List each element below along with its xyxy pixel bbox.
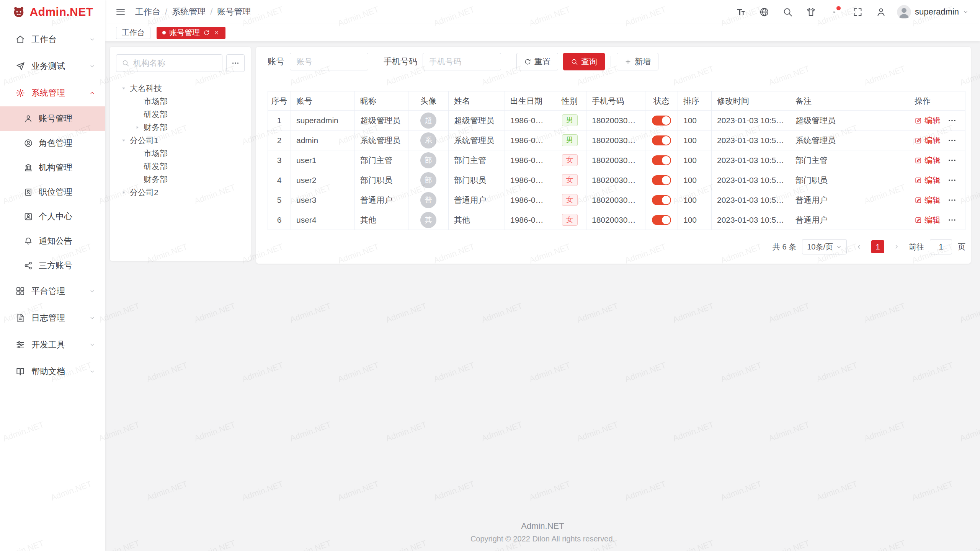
cell-sort: 100	[678, 111, 712, 130]
tab-workbench[interactable]: 工作台	[116, 27, 150, 39]
pagination: 共 6 条 10条/页 1 前往 页	[268, 239, 965, 254]
language-icon[interactable]	[759, 7, 769, 17]
tree-node[interactable]: 市场部	[116, 147, 245, 160]
tree-node-label: 市场部	[144, 148, 168, 159]
row-more-button[interactable]	[947, 196, 957, 205]
sidebar-item-log-management[interactable]: 日志管理	[0, 305, 105, 331]
org-search-input[interactable]	[133, 59, 217, 68]
edit-button[interactable]: 编辑	[915, 195, 941, 205]
row-more-button[interactable]	[947, 176, 957, 185]
tree-caret-icon[interactable]	[134, 124, 140, 130]
cell-no: 6	[268, 210, 291, 230]
sidebar-item-dev-tools[interactable]: 开发工具	[0, 331, 105, 358]
status-toggle[interactable]	[652, 195, 671, 205]
chevron-left-icon	[856, 244, 862, 250]
cell-account: user3	[291, 190, 355, 210]
next-page-button[interactable]	[890, 240, 903, 253]
sidebar-item-platform-management[interactable]: 平台管理	[0, 278, 105, 305]
position-icon	[24, 187, 33, 197]
org-more-button[interactable]	[226, 54, 245, 72]
tab-account-management[interactable]: 账号管理	[157, 27, 225, 39]
sidebar-item-notice-management[interactable]: 通知公告	[0, 229, 105, 253]
breadcrumb-item[interactable]: 账号管理	[217, 6, 251, 18]
page-number-button[interactable]: 1	[871, 240, 884, 253]
sidebar-item-org-management[interactable]: 机构管理	[0, 155, 105, 180]
org-search-field[interactable]	[116, 54, 222, 72]
row-more-button[interactable]	[947, 116, 957, 125]
sidebar-item-business-test[interactable]: 业务测试	[0, 53, 105, 80]
tree-node[interactable]: 研发部	[116, 160, 245, 173]
tree-caret-icon[interactable]	[121, 137, 127, 143]
cell-gender: 女	[553, 190, 586, 210]
tree-node-label: 分公司1	[130, 135, 158, 146]
sidebar-item-role-management[interactable]: 角色管理	[0, 131, 105, 155]
tree-caret-icon[interactable]	[121, 85, 127, 91]
cell-account: user1	[291, 150, 355, 170]
chevron-down-icon	[89, 288, 95, 294]
status-toggle[interactable]	[652, 175, 671, 185]
app-logo[interactable]: Admin.NET	[0, 0, 105, 24]
edit-button[interactable]: 编辑	[915, 175, 941, 186]
menu-collapse-button[interactable]	[115, 7, 126, 17]
edit-button[interactable]: 编辑	[915, 215, 941, 225]
cell-actions: 编辑	[909, 150, 965, 170]
tree-node[interactable]: 研发部	[116, 108, 245, 121]
edit-label: 编辑	[924, 115, 941, 126]
add-button[interactable]: 新增	[617, 53, 658, 70]
theme-icon[interactable]	[806, 7, 816, 17]
goto-page-input[interactable]	[930, 239, 952, 254]
breadcrumb-item[interactable]: 工作台	[135, 6, 160, 18]
page-size-select[interactable]: 10条/页	[802, 239, 847, 254]
tree-node[interactable]: 财务部	[116, 121, 245, 134]
tree-node[interactable]: 分公司2	[116, 186, 245, 199]
tab-refresh-icon[interactable]	[203, 29, 210, 36]
breadcrumb-separator: /	[165, 7, 167, 17]
notification-icon[interactable]	[829, 7, 840, 17]
row-more-button[interactable]	[947, 215, 957, 225]
status-toggle[interactable]	[652, 135, 671, 145]
edit-button[interactable]: 编辑	[915, 115, 941, 126]
tree-node[interactable]: 分公司1	[116, 134, 245, 147]
cell-no: 3	[268, 150, 291, 170]
fullscreen-icon[interactable]	[853, 7, 863, 17]
edit-button[interactable]: 编辑	[915, 135, 941, 146]
row-more-button[interactable]	[947, 136, 957, 145]
tree-node[interactable]: 市场部	[116, 95, 245, 108]
sidebar-item-third-party-account[interactable]: 三方账号	[0, 253, 105, 278]
tree-node[interactable]: 财务部	[116, 173, 245, 186]
search-icon[interactable]	[782, 7, 793, 17]
status-toggle[interactable]	[652, 116, 671, 126]
account-filter-input[interactable]	[290, 53, 368, 70]
cell-actions: 编辑	[909, 190, 965, 210]
username: superadmin	[915, 7, 959, 17]
user-menu[interactable]: superadmin	[897, 5, 969, 19]
tree-node[interactable]: 大名科技	[116, 82, 245, 95]
tab-close-icon[interactable]	[213, 29, 220, 36]
table-row: 1superadmin超级管理员超超级管理员1986-06-28男1802003…	[268, 111, 965, 130]
breadcrumb-item[interactable]: 系统管理	[172, 6, 206, 18]
tree-caret-icon[interactable]	[121, 189, 127, 196]
sidebar-item-system-management[interactable]: 系统管理	[0, 80, 105, 106]
cell-phone: 18020030720	[586, 170, 645, 190]
sidebar-item-account-management[interactable]: 账号管理	[0, 106, 105, 131]
status-toggle[interactable]	[652, 155, 671, 165]
query-button[interactable]: 查询	[563, 53, 605, 70]
reset-button[interactable]: 重置	[516, 53, 558, 70]
prev-page-button[interactable]	[853, 240, 866, 253]
breadcrumb: 工作台/系统管理/账号管理	[135, 6, 251, 18]
user-icon	[24, 114, 33, 123]
sidebar-item-personal-center[interactable]: 个人中心	[0, 204, 105, 229]
sidebar-item-workbench[interactable]: 工作台	[0, 26, 105, 53]
sidebar-item-label: 平台管理	[31, 285, 89, 297]
cell-nickname: 其他	[355, 210, 408, 230]
edit-button[interactable]: 编辑	[915, 155, 941, 166]
font-size-icon[interactable]	[736, 7, 746, 17]
row-more-button[interactable]	[947, 156, 957, 165]
sidebar-item-position-management[interactable]: 职位管理	[0, 180, 105, 204]
profile-icon[interactable]	[876, 7, 886, 17]
sidebar-item-label: 系统管理	[31, 87, 89, 99]
toggle-knob	[662, 116, 670, 125]
phone-filter-input[interactable]	[423, 53, 501, 70]
sidebar-item-help-docs[interactable]: 帮助文档	[0, 358, 105, 385]
status-toggle[interactable]	[652, 215, 671, 225]
